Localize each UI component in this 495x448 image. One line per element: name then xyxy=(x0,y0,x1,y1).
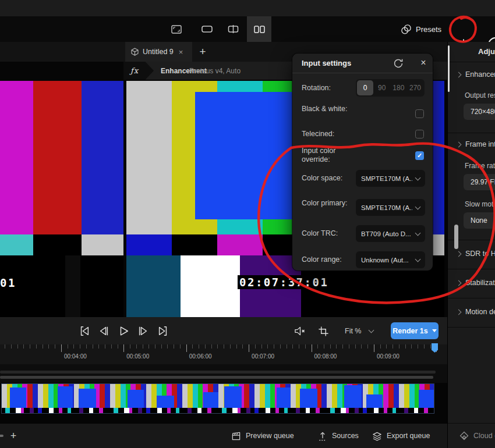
ruler-minor-tick xyxy=(386,344,387,349)
refresh-icon[interactable] xyxy=(393,58,404,69)
ruler-minor-tick xyxy=(405,344,406,349)
timeline-scrollbar[interactable] xyxy=(0,376,433,379)
filmstrip-thumbnail xyxy=(327,384,363,413)
frame-rate-field[interactable]: 29.97 FPS xyxy=(464,174,495,190)
mute-button[interactable] xyxy=(291,323,307,339)
ruler-minor-tick xyxy=(261,344,262,349)
sidebar-title: Adjust xyxy=(478,47,495,56)
sidebar-item-enhancement[interactable]: Enhancement xyxy=(448,67,495,81)
ruler-minor-tick xyxy=(73,344,74,349)
ruler-minor-tick xyxy=(155,344,155,349)
color-trc-value: BT709 (Auto D... xyxy=(361,230,411,237)
presets-button[interactable]: Presets xyxy=(401,16,441,42)
render-button[interactable]: Render 1s xyxy=(391,322,439,339)
thumbnail-blue-square xyxy=(79,389,96,408)
rotation-option-90[interactable]: 90 xyxy=(374,80,390,95)
thumbnail-castellation-strip xyxy=(254,408,291,413)
cloud-export-button[interactable]: Cloud export xyxy=(448,423,495,448)
thumbnail-castellation-strip xyxy=(363,408,399,413)
filmstrip-clip[interactable] xyxy=(1,383,434,414)
ruler-minor-tick xyxy=(324,344,324,349)
slow-motion-field[interactable]: None xyxy=(464,212,495,229)
skip-to-end-button[interactable] xyxy=(155,323,171,339)
ruler-minor-tick xyxy=(355,344,356,349)
adjust-sidebar: Adjust Enhancement Output resolution 720… xyxy=(447,42,495,448)
ruler-minor-tick xyxy=(255,344,256,349)
upload-arrow-icon xyxy=(318,431,327,441)
ruler-minor-tick xyxy=(217,344,218,349)
single-view-button[interactable] xyxy=(195,16,219,42)
ruler-minor-tick xyxy=(242,344,243,349)
ruler-minor-tick xyxy=(430,344,431,349)
smpte-cell xyxy=(0,255,123,317)
ruler-minor-tick xyxy=(292,344,293,349)
crop-button[interactable] xyxy=(315,323,331,339)
preview-queue-button[interactable]: Preview queue xyxy=(231,424,294,448)
ruler-timestamp-label: 00:05:00 xyxy=(126,353,149,360)
ruler-major-tick xyxy=(123,344,124,352)
black-white-checkbox[interactable] xyxy=(415,109,424,118)
split-view-button[interactable] xyxy=(221,16,245,42)
pip-view-button[interactable] xyxy=(164,16,189,42)
color-primary-dropdown[interactable]: SMPTE170M (A... xyxy=(356,199,425,216)
sidebar-scrollbar-thumb[interactable] xyxy=(454,225,458,249)
chevron-down-icon xyxy=(415,230,421,236)
sources-button[interactable]: Sources xyxy=(318,424,359,448)
ruler-timestamp-label: 00:09:00 xyxy=(377,353,399,360)
panel-header: Input settings × xyxy=(292,54,433,73)
ruler-minor-tick xyxy=(361,344,362,349)
rotation-option-180[interactable]: 180 xyxy=(390,80,406,95)
tab-close-icon[interactable]: × xyxy=(179,48,183,56)
skip-to-start-button[interactable] xyxy=(76,323,93,339)
bottom-bar: + Preview queue Sources E xyxy=(0,423,447,448)
filmstrip-thumbnail xyxy=(399,384,434,413)
timeline-track-bar xyxy=(0,371,436,374)
ruler-minor-tick xyxy=(136,344,137,349)
timeline-scroll-zone xyxy=(0,364,447,383)
ruler-minor-tick xyxy=(48,344,49,349)
ruler-minor-tick xyxy=(68,344,68,349)
tab-untitled-9[interactable]: Untitled 9 × xyxy=(125,42,192,62)
color-space-dropdown[interactable]: SMPTE170M (A... xyxy=(356,170,425,187)
sidebar-scrollbar[interactable] xyxy=(448,45,450,92)
close-icon[interactable]: × xyxy=(418,57,429,69)
timeline-ruler[interactable]: 00:04:0000:05:0000:06:0000:07:0000:08:00… xyxy=(0,344,447,364)
ruler-minor-tick xyxy=(424,344,425,349)
ruler-minor-tick xyxy=(161,344,162,349)
next-frame-button[interactable] xyxy=(135,323,151,339)
sidebar-item-stabilization[interactable]: Stabilization xyxy=(448,276,495,290)
thumbnail-blue-square xyxy=(10,387,26,408)
presets-icon xyxy=(401,24,412,35)
zoom-fit-dropdown[interactable]: Fit % xyxy=(345,324,373,338)
ruler-major-tick xyxy=(61,344,62,352)
ruler-minor-tick xyxy=(192,344,193,349)
thumbnail-castellation-strip xyxy=(2,408,38,413)
add-source-button[interactable]: + xyxy=(8,424,19,448)
side-by-side-view-button[interactable] xyxy=(247,16,271,42)
rotation-option-270[interactable]: 270 xyxy=(407,80,423,95)
filmstrip-thumbnail xyxy=(363,384,399,413)
output-resolution-field[interactable]: 720×480 xyxy=(464,104,495,120)
playhead-marker[interactable] xyxy=(432,343,438,353)
rotation-label: Rotation: xyxy=(302,84,352,93)
timecode-left: 01 xyxy=(0,276,16,290)
input-color-override-checkbox[interactable]: ✓ xyxy=(415,151,424,160)
export-queue-button[interactable]: Export queue xyxy=(372,424,430,448)
smpte-cell xyxy=(0,234,33,255)
sidebar-item-motion-deblur[interactable]: Motion deblur xyxy=(448,305,495,319)
previous-frame-button[interactable] xyxy=(96,323,112,339)
telecined-checkbox[interactable] xyxy=(415,130,424,138)
color-range-dropdown[interactable]: Unknown (Aut... xyxy=(356,251,425,268)
thumbnail-blue-square xyxy=(58,386,73,408)
new-tab-button[interactable]: + xyxy=(195,44,211,60)
rotation-option-0[interactable]: 0 xyxy=(357,80,373,95)
filmstrip-thumbnail xyxy=(182,384,218,413)
play-button[interactable] xyxy=(115,323,132,339)
layers-icon xyxy=(372,431,382,441)
color-trc-dropdown[interactable]: BT709 (Auto D... xyxy=(356,225,425,242)
chevron-right-icon xyxy=(456,72,462,77)
original-video-pane[interactable]: 01 xyxy=(0,81,123,317)
sidebar-item-frame-interpolation[interactable]: Frame interpolation xyxy=(448,137,495,151)
input-color-override-label: Input color override: xyxy=(302,147,352,164)
ruler-minor-tick xyxy=(267,344,268,349)
